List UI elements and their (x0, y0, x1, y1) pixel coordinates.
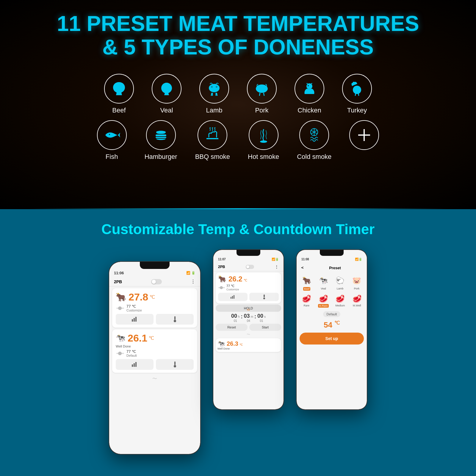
phone-middle-screen: 11:07 📶🔋 2PB ⋮ 🐂 26.2 ℃ (213, 250, 284, 409)
middle-status-icons: 📶🔋 (272, 258, 279, 261)
scroll-indicator: 〜 (109, 376, 200, 382)
right-status-icons: 📶🔋 (355, 258, 362, 261)
svg-point-12 (260, 140, 267, 143)
pork-circle (247, 74, 277, 104)
probe1-temp-btn[interactable] (156, 314, 194, 325)
chicken-label: Chicken (298, 107, 321, 114)
svg-point-2 (216, 86, 217, 88)
timer-hours-sub: 01 (231, 319, 240, 322)
middle-probe2-temp: 26.3 (227, 340, 238, 347)
middle-temp-btn[interactable] (249, 293, 279, 301)
beef-circle (104, 74, 134, 104)
menu-icon[interactable]: ⋮ (191, 279, 195, 284)
veal-label: Veal (160, 107, 173, 114)
svg-point-29 (174, 365, 176, 367)
right-time: 11:08 (301, 258, 309, 261)
hamburger-label: Hamburger (145, 153, 177, 161)
customizable-title: Customizable Temp & Countdown Timer (18, 221, 458, 237)
bbq-smoke-label: BBQ smoke (195, 153, 230, 161)
meat-beef: Beef (104, 74, 134, 114)
middle-probe-unit: ℃ (244, 278, 247, 282)
svg-rect-28 (174, 361, 176, 365)
probe2-temp-btn[interactable] (156, 359, 194, 370)
bottom-section: Customizable Temp & Countdown Timer 11:0… (0, 209, 476, 476)
toggle-wrap[interactable] (151, 279, 162, 284)
middle-probe2-doneness: Well Done (217, 347, 279, 350)
svg-point-8 (308, 85, 309, 86)
icons-row-2: Fish Hamburger (97, 120, 379, 161)
lamb-label: Lamb (206, 107, 222, 114)
fish-label: Fish (106, 153, 118, 161)
svg-rect-26 (134, 363, 135, 367)
phone-large-status: 11:06 📶 🔋 (109, 269, 200, 277)
hamburger-circle (146, 120, 176, 150)
probe2-set-val: 77 ℃ (126, 349, 137, 354)
probe2-temperature: 26.1 (128, 332, 147, 344)
probe1-animal-icon: 🐂 (116, 292, 126, 302)
doneness-m-rare[interactable]: 🥩 M.Rare (316, 294, 331, 308)
svg-point-17 (118, 306, 122, 310)
svg-point-4 (259, 87, 261, 89)
meat-chicken: Chicken (295, 74, 324, 114)
middle-toggle[interactable] (246, 265, 254, 269)
phone-large-header: 2PB ⋮ (109, 277, 200, 286)
probe2-card: 🐄 26.1 ℃ Well Done 77 ℃ Default (112, 329, 197, 373)
reset-button[interactable]: Reset (216, 324, 248, 331)
phone-middle-status: 11:07 📶🔋 (213, 256, 284, 263)
middle-graph-btn[interactable] (218, 293, 248, 301)
turkey-circle (342, 74, 372, 104)
probe1-card: 🐂 27.8 ℃ 77 ℃ Customize (112, 288, 197, 328)
bbq-circle (198, 120, 227, 150)
probe2-set-label: Default (126, 354, 137, 357)
meat-custom (349, 120, 379, 161)
preset-meat-grid: 🐂 Beef 🐄 Veal 🐑 Lamb 🐷 Pork (297, 273, 367, 292)
phone-large: 11:06 📶 🔋 2PB ⋮ 🐂 27.8 (109, 261, 201, 455)
doneness-m-rare-label: M.Rare (318, 304, 329, 308)
probe2-unit: ℃ (149, 336, 154, 341)
probe1-unit: ℃ (150, 295, 155, 300)
phone-large-notch (140, 262, 170, 269)
doneness-rare[interactable]: 🥩 Rare (299, 294, 314, 308)
veal-circle (152, 74, 181, 104)
doneness-rare-label: Rare (303, 304, 309, 307)
svg-rect-27 (135, 362, 137, 367)
middle-probe2-icon: 🐄 (217, 340, 225, 347)
chicken-circle (295, 74, 324, 104)
plus-circle[interactable] (349, 120, 379, 150)
doneness-medium-label: Medium (335, 304, 345, 307)
middle-probe2-unit: ℃ (239, 343, 243, 346)
svg-rect-34 (234, 295, 234, 299)
back-button[interactable]: ＜ (300, 265, 304, 270)
preset-veal[interactable]: 🐄 Veal (316, 275, 331, 291)
svg-point-22 (174, 320, 176, 322)
doneness-m-well[interactable]: 🥩 M.Well (350, 294, 365, 308)
meat-lamb: Lamb (199, 74, 229, 114)
svg-rect-11 (156, 137, 166, 138)
svg-point-24 (118, 352, 122, 355)
probe2-doneness: Well Done (116, 345, 194, 348)
middle-menu-icon[interactable]: ⋮ (275, 264, 279, 269)
meat-hamburger: Hamburger (145, 120, 177, 161)
status-icons: 📶 🔋 (186, 271, 195, 275)
doneness-grid: 🥩 Rare 🥩 M.Rare 🥩 Medium 🥩 M.Well (297, 292, 367, 309)
preset-lamb[interactable]: 🐑 Lamb (332, 275, 348, 291)
probe1-set-val: 77 ℃ (126, 304, 142, 309)
preset-pork[interactable]: 🐷 Pork (349, 275, 364, 291)
svg-rect-21 (174, 316, 176, 320)
timer-minutes: 03 (244, 313, 250, 319)
middle-probe-temp: 26.2 (228, 275, 242, 283)
probe1-graph-btn[interactable] (116, 314, 154, 325)
setup-button[interactable]: Set up (300, 333, 364, 345)
meat-veal: Veal (152, 74, 181, 114)
meat-cold-smoke: Cold smoke (297, 120, 331, 161)
preset-title: Preset (307, 266, 363, 270)
probe2-graph-btn[interactable] (116, 359, 154, 370)
start-button[interactable]: Start (249, 324, 281, 331)
preset-beef[interactable]: 🐂 Beef (299, 275, 314, 291)
svg-rect-19 (134, 318, 135, 322)
doneness-m-well-label: M.Well (353, 304, 361, 307)
svg-point-0 (209, 84, 220, 92)
hot-smoke-circle (249, 120, 278, 150)
middle-app-name: 2PB (218, 265, 225, 269)
doneness-medium[interactable]: 🥩 Medium (333, 294, 348, 308)
